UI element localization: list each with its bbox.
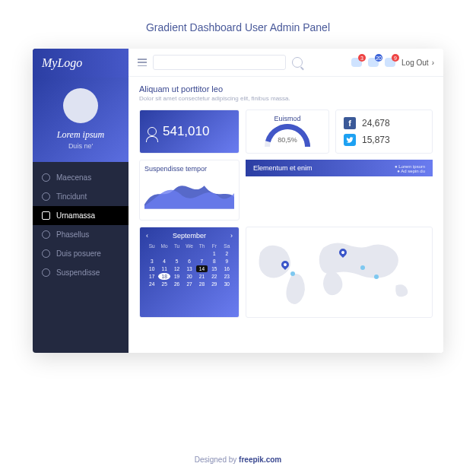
nav-item-tincidunt[interactable]: Tincidunt [33, 187, 129, 206]
chevron-right-icon: › [432, 59, 434, 67]
nav-label: Suspendisse [56, 268, 100, 277]
twitter-icon [344, 134, 356, 146]
nav-label: Maecenas [56, 173, 91, 182]
social-card: f 24,678 15,873 [335, 109, 433, 154]
map-dot-2 [360, 265, 365, 270]
gauge-chart: 80,5% [265, 124, 310, 147]
notif-icon-1[interactable]: 3 [351, 58, 362, 67]
stat-card: 541,010 [139, 109, 240, 154]
circle-icon [42, 230, 50, 239]
nav-item-maecenas[interactable]: Maecenas [33, 168, 129, 187]
nav-label: Phasellus [56, 230, 89, 239]
cal-next[interactable]: › [230, 232, 233, 240]
notif-icon-2[interactable]: 20 [368, 58, 379, 67]
content-heading: Aliquam ut porttitor leo [139, 84, 433, 94]
sidebar: MyLogo Lorem ipsum Duis ne' MaecenasTinc… [33, 49, 129, 353]
gauge-percent: 80,5% [265, 136, 310, 144]
menu-icon[interactable] [138, 59, 147, 66]
map-card [246, 227, 433, 318]
facebook-icon: f [344, 117, 356, 129]
cards-grid: 541,010 Euismod 80,5% f 24,678 [139, 109, 433, 318]
area-chart-card: Suspendisse tempor [139, 160, 240, 221]
search-icon[interactable] [292, 57, 303, 68]
clock-icon [42, 173, 50, 182]
avatar[interactable] [63, 88, 98, 123]
logo: MyLogo [33, 49, 129, 78]
badge-1: 3 [358, 54, 366, 62]
content-area: Aliquam ut porttitor leo Dolor sit amet … [129, 77, 443, 353]
circle-icon [42, 192, 50, 201]
logout-button[interactable]: Log Out › [401, 59, 434, 67]
nav-label: Duis posuere [56, 249, 101, 258]
badge-3: 9 [392, 54, 399, 62]
twitter-count: 15,873 [362, 135, 390, 145]
stat-value: 541,010 [163, 124, 209, 139]
area-chart [144, 174, 234, 209]
map-dot-3 [374, 274, 379, 279]
map-legend: ● Lorem ipsum ● Ad sepin du [395, 164, 425, 173]
map-dot-1 [290, 271, 295, 276]
nav-item-phasellus[interactable]: Phasellus [33, 225, 129, 244]
notif-icon-3[interactable]: 9 [385, 58, 395, 67]
nav-item-suspendisse[interactable]: Suspendisse [33, 263, 129, 282]
facebook-count: 24,678 [362, 118, 390, 129]
area-chart-title: Suspendisse tempor [144, 165, 234, 173]
attribution: Designed by freepik.com [182, 443, 294, 476]
doc-icon [42, 268, 50, 277]
gauge-title: Euismod [274, 115, 300, 122]
world-map [252, 233, 426, 311]
badge-2: 20 [375, 54, 382, 62]
profile-card: Lorem ipsum Duis ne' [33, 78, 129, 162]
page-title: Gradient Dashboard User Admin Panel [146, 21, 330, 33]
user-icon [148, 127, 157, 136]
profile-subtitle: Duis ne' [39, 142, 122, 150]
cal-prev[interactable]: ‹ [146, 232, 148, 240]
calendar-month: September [173, 232, 206, 240]
nav-label: Urnamassa [56, 211, 95, 220]
nav-item-duis posuere[interactable]: Duis posuere [33, 244, 129, 263]
profile-name: Lorem ipsum [39, 129, 122, 141]
content-subheading: Dolor sit amet consectetur adipiscing el… [139, 95, 433, 102]
topbar: 3 20 9 Log Out › [129, 49, 443, 77]
twitter-row: 15,873 [344, 134, 424, 146]
search-input[interactable] [153, 55, 286, 70]
main-panel: 3 20 9 Log Out › Aliquam ut porttitor le… [129, 49, 443, 353]
map-header: Elementum et enim ● Lorem ipsum ● Ad sep… [246, 160, 433, 176]
nav-label: Tincidunt [56, 192, 87, 201]
map-title: Elementum et enim [253, 164, 313, 172]
circle-icon [42, 249, 50, 258]
grid-icon [42, 211, 50, 220]
calendar-grid[interactable]: SuMoTuWeThFrSa12345678910111213141516171… [146, 243, 233, 290]
nav-item-urnamassa[interactable]: Urnamassa [33, 206, 129, 225]
app-window: MyLogo Lorem ipsum Duis ne' MaecenasTinc… [33, 49, 443, 353]
logout-label: Log Out [401, 59, 429, 67]
calendar-card: ‹ September › SuMoTuWeThFrSa123456789101… [139, 227, 240, 318]
facebook-row: f 24,678 [344, 117, 424, 129]
notification-icons: 3 20 9 [351, 58, 395, 67]
nav-list: MaecenasTinciduntUrnamassaPhasellusDuis … [33, 162, 129, 288]
gauge-card: Euismod 80,5% [246, 109, 329, 154]
